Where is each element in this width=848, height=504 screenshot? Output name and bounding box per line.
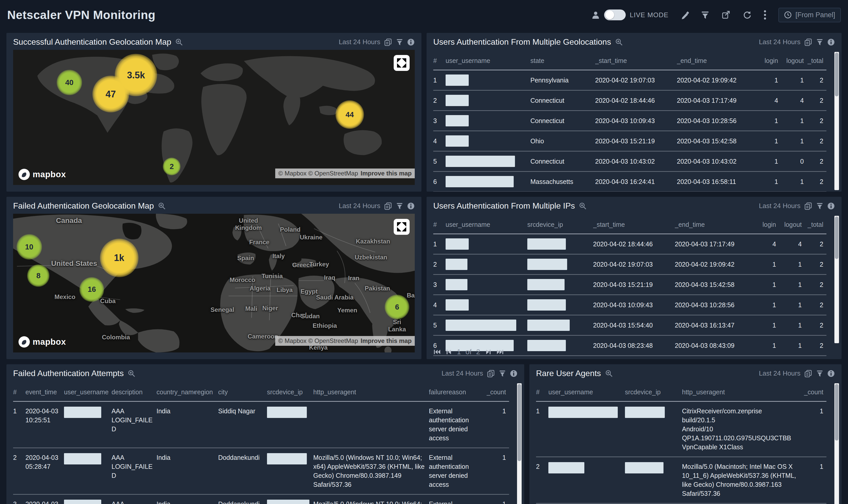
vertical-scrollbar[interactable] (834, 52, 839, 190)
filter-icon[interactable] (498, 370, 506, 377)
map-bubble[interactable]: 16 (80, 277, 104, 302)
column-header[interactable]: _total (805, 217, 826, 234)
export-icon[interactable] (721, 10, 730, 19)
table-row[interactable]: 42020-04-03 10:09:432020-04-03 10:28:561… (433, 295, 826, 315)
table-row[interactable]: 1CitrixReceiver/com.zenprise build/20.1.… (536, 401, 826, 457)
filter-icon[interactable] (816, 202, 824, 210)
column-header[interactable]: failurereason (429, 385, 485, 401)
map-bubble[interactable]: 1k (100, 239, 139, 277)
open-in-search-icon[interactable] (158, 202, 166, 210)
failed-geolocation-map[interactable]: CanadaUnited StatesMexicoCubaColombiaUni… (13, 214, 415, 353)
map-bubble[interactable]: 3.5k (115, 54, 157, 96)
column-header[interactable]: srcdevice_ip (527, 217, 593, 234)
map-bubble[interactable]: 2 (163, 158, 181, 176)
live-mode-toggle[interactable] (604, 10, 626, 20)
copy-icon[interactable] (487, 370, 495, 378)
filter-icon[interactable] (396, 202, 403, 210)
open-in-search-icon[interactable] (615, 38, 623, 46)
copy-icon[interactable] (804, 38, 812, 46)
column-header[interactable]: _total (807, 53, 826, 70)
column-header[interactable]: _count (485, 385, 509, 401)
success-geolocation-map[interactable]: 40473.5k442 mapbox © Mapbox © OpenStreet… (13, 50, 415, 185)
copy-icon[interactable] (384, 202, 392, 210)
column-header[interactable]: login (757, 217, 779, 234)
improve-map-link[interactable]: Improve this map (360, 170, 412, 177)
table-row[interactable]: 12020-04-03 10:25:51AAA LOGIN_FAILEDIndi… (13, 401, 509, 448)
column-header[interactable]: _end_time (677, 53, 759, 70)
vertical-scrollbar[interactable] (517, 383, 522, 504)
column-header[interactable]: description (111, 385, 157, 401)
info-icon[interactable] (827, 38, 835, 46)
column-header[interactable]: _start_time (595, 53, 677, 70)
open-in-search-icon[interactable] (128, 370, 136, 377)
column-header[interactable]: user_username (64, 385, 111, 401)
filter-icon[interactable] (816, 38, 824, 46)
column-header[interactable]: logout (781, 53, 807, 70)
current-page[interactable]: 1 (457, 348, 461, 356)
column-header[interactable]: _end_time (675, 217, 757, 234)
column-header[interactable]: country_name (157, 385, 195, 401)
info-icon[interactable] (827, 202, 835, 210)
more-menu-icon[interactable] (763, 10, 766, 20)
table-row[interactable]: 1Pennsylvania2020-04-02 19:07:032020-04-… (433, 70, 826, 90)
map-bubble[interactable]: 44 (335, 100, 364, 129)
column-header[interactable]: # (13, 385, 25, 401)
open-in-search-icon[interactable] (175, 38, 183, 46)
map-bubble[interactable]: 6 (385, 295, 409, 319)
time-range-picker[interactable]: [From Panel] (778, 8, 841, 22)
vertical-scrollbar[interactable] (834, 216, 839, 343)
column-header[interactable]: region (195, 385, 218, 401)
map-bubble[interactable]: 8 (27, 264, 50, 287)
scrollbar-thumb[interactable] (517, 384, 521, 461)
scrollbar-thumb[interactable] (835, 53, 838, 96)
first-page-button[interactable] (433, 348, 441, 356)
column-header[interactable]: srcdevice_ip (625, 385, 682, 401)
column-header[interactable]: # (536, 385, 548, 401)
map-bubble[interactable]: 40 (56, 70, 82, 95)
open-in-search-icon[interactable] (579, 202, 587, 210)
table-row[interactable]: 2Connecticut2020-04-02 18:44:462020-04-0… (433, 90, 826, 111)
scrollbar-thumb[interactable] (835, 384, 838, 440)
column-header[interactable]: login (759, 53, 781, 70)
column-header[interactable]: user_username (446, 217, 527, 234)
table-row[interactable]: 2Mozilla/5.0 (Macintosh; Intel Mac OS X … (536, 457, 826, 503)
next-page-button[interactable] (485, 348, 492, 356)
column-header[interactable]: city (218, 385, 267, 401)
column-header[interactable]: http_useragent (682, 385, 799, 401)
column-header[interactable]: http_useragent (313, 385, 429, 401)
map-fullscreen-button[interactable] (394, 55, 410, 72)
column-header[interactable]: logout (779, 217, 805, 234)
map-bubble[interactable]: 10 (16, 234, 42, 259)
column-header[interactable]: event_time (25, 385, 64, 401)
table-row[interactable]: 22020-04-02 19:07:032020-04-02 19:09:421… (433, 254, 826, 275)
table-row[interactable]: 22020-04-03 05:28:47AAA LOGIN_FAILEDIndi… (13, 448, 509, 494)
open-in-search-icon[interactable] (605, 370, 613, 377)
copy-icon[interactable] (804, 202, 812, 210)
filter-icon[interactable] (816, 370, 824, 377)
copy-icon[interactable] (384, 38, 392, 46)
column-header[interactable]: user_username (446, 53, 530, 70)
info-icon[interactable] (407, 38, 415, 46)
scrollbar-thumb[interactable] (835, 217, 838, 259)
info-icon[interactable] (827, 370, 835, 377)
table-row[interactable]: 6Massachusetts2020-04-03 16:24:412020-04… (433, 172, 826, 192)
refresh-icon[interactable] (742, 10, 752, 19)
filter-icon[interactable] (701, 11, 709, 19)
last-page-button[interactable] (496, 348, 504, 356)
column-header[interactable]: user_username (548, 385, 625, 401)
copy-icon[interactable] (804, 370, 812, 378)
table-row[interactable]: 3Connecticut2020-04-03 10:09:432020-04-0… (433, 111, 826, 131)
map-fullscreen-button[interactable] (394, 219, 410, 236)
column-header[interactable]: # (433, 53, 446, 70)
table-row[interactable]: 4Ohio2020-04-03 15:21:192020-04-03 15:42… (433, 131, 826, 151)
info-icon[interactable] (407, 202, 415, 210)
table-row[interactable]: 32020-04-03 15:21:192020-04-03 15:42:581… (433, 275, 826, 295)
table-row[interactable]: 12020-04-02 18:44:462020-04-03 17:17:494… (433, 234, 826, 254)
prev-page-button[interactable] (446, 348, 452, 356)
vertical-scrollbar[interactable] (834, 383, 839, 504)
edit-icon[interactable] (680, 11, 689, 19)
table-row[interactable]: 7srdupre2020-04-03 13:10:032020-04-03 13… (433, 356, 826, 359)
column-header[interactable]: # (433, 217, 446, 234)
column-header[interactable]: _count (799, 385, 826, 401)
info-icon[interactable] (510, 370, 517, 377)
